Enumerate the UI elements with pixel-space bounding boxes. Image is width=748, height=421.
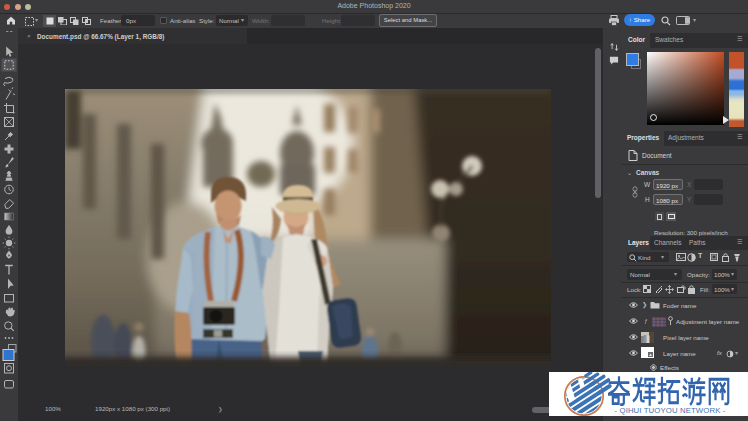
svg-text:- QIHUI TUOYOU NETWORK -: - QIHUI TUOYOU NETWORK - bbox=[615, 406, 726, 415]
